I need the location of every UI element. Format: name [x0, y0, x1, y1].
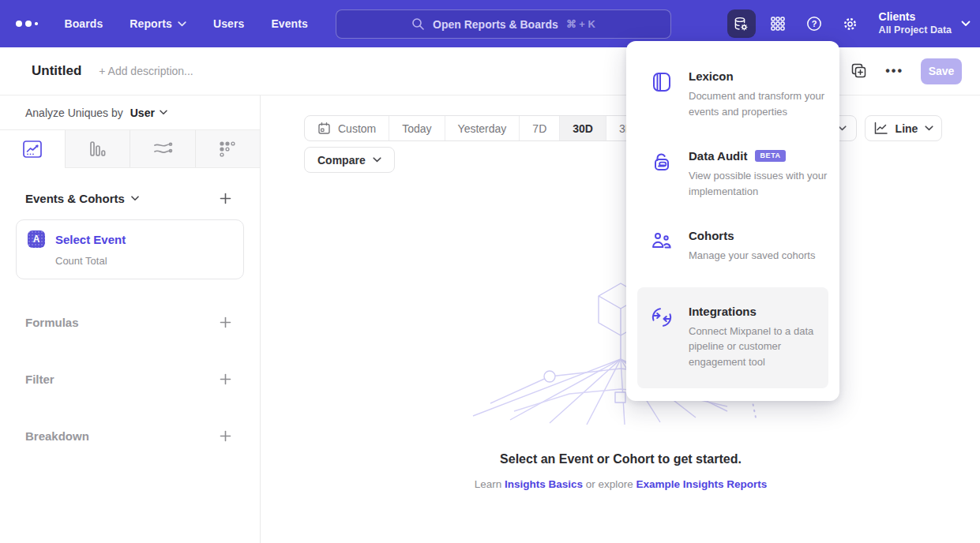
mixpanel-logo[interactable]	[16, 21, 38, 27]
bar-chart-icon	[88, 140, 107, 159]
compare-button[interactable]: Compare	[304, 147, 395, 173]
cohorts-people-icon	[648, 229, 675, 256]
tab-bar-chart[interactable]	[66, 130, 131, 167]
chart-type-label: Line	[896, 122, 918, 135]
events-cohorts-label: Events & Cohorts	[25, 192, 125, 205]
plus-icon	[220, 373, 231, 385]
middle-text: or explore	[586, 478, 633, 490]
search-placeholder: Open Reports & Boards	[433, 18, 558, 31]
lexicon-title: Lexicon	[689, 69, 734, 83]
data-audit-description: View possible issues with your implement…	[689, 168, 839, 199]
save-button[interactable]: Save	[921, 58, 962, 84]
menu-item-cohorts[interactable]: Cohorts Manage your saved cohorts	[637, 219, 828, 275]
line-chart-icon	[873, 122, 888, 135]
select-event-card[interactable]: A Select Event Count Total	[16, 219, 244, 279]
apps-grid-icon	[770, 16, 786, 32]
plus-icon	[220, 193, 231, 204]
add-formula-button[interactable]	[217, 314, 233, 330]
search-shortcut-hint: ⌘ + K	[566, 18, 595, 30]
duplicate-icon[interactable]	[850, 62, 868, 80]
analyze-uniques-row: Analyze Uniques by User	[0, 95, 260, 130]
compare-label: Compare	[317, 154, 366, 167]
visualization-tabs	[0, 130, 260, 168]
add-event-button[interactable]	[217, 190, 233, 206]
data-management-icon	[733, 16, 749, 32]
more-options-button[interactable]: •••	[885, 64, 903, 78]
add-breakdown-button[interactable]	[217, 428, 233, 444]
example-reports-link[interactable]: Example Insights Reports	[636, 478, 768, 490]
integrations-icon	[648, 305, 675, 331]
data-management-menu: Lexicon Document and transform your even…	[626, 41, 839, 401]
nav-reports-label: Reports	[130, 17, 172, 30]
help-button[interactable]: ?	[800, 9, 828, 38]
nav-reports[interactable]: Reports	[130, 17, 186, 30]
add-filter-button[interactable]	[217, 371, 233, 387]
nav-boards[interactable]: Boards	[65, 17, 103, 30]
nav-users-label: Users	[213, 17, 244, 30]
select-event-label: Select Event	[55, 233, 126, 246]
filter-header: Filter	[25, 373, 54, 386]
learn-prefix: Learn	[475, 478, 502, 490]
empty-state-links: Learn Insights Basics or explore Example…	[261, 478, 980, 490]
events-cohorts-header[interactable]: Events & Cohorts	[25, 192, 139, 205]
apps-grid-button[interactable]	[764, 9, 792, 38]
calendar-icon	[317, 122, 331, 135]
chevron-down-icon	[178, 21, 186, 27]
nav-boards-label: Boards	[65, 17, 103, 30]
lexicon-description: Document and transform your events and p…	[689, 88, 839, 119]
menu-item-lexicon[interactable]: Lexicon Document and transform your even…	[637, 60, 828, 130]
plus-icon	[220, 430, 231, 442]
range-7d-label: 7D	[532, 122, 546, 135]
range-custom[interactable]: Custom	[305, 116, 389, 140]
formulas-header: Formulas	[25, 316, 79, 329]
analyze-value: User	[130, 107, 155, 119]
report-title[interactable]: Untitled	[32, 63, 81, 79]
cohorts-title: Cohorts	[689, 229, 734, 242]
menu-item-integrations[interactable]: Integrations Connect Mixpanel to a data …	[637, 287, 828, 389]
project-switcher[interactable]: Clients All Project Data	[873, 10, 971, 36]
nav-events[interactable]: Events	[271, 17, 308, 30]
help-icon: ?	[805, 15, 823, 32]
add-description-field[interactable]: + Add description...	[99, 65, 193, 77]
chevron-down-icon	[373, 157, 381, 163]
chevron-down-icon	[160, 110, 167, 115]
tab-flow[interactable]	[130, 130, 196, 167]
nav-users[interactable]: Users	[213, 17, 244, 30]
event-series-badge: A	[28, 230, 45, 248]
chart-type-button[interactable]: Line	[865, 115, 942, 141]
tab-retention[interactable]	[196, 130, 261, 167]
range-yesterday-label: Yesterday	[458, 122, 507, 135]
audit-icon	[648, 149, 675, 176]
svg-text:?: ?	[811, 19, 817, 28]
chevron-down-icon	[961, 21, 971, 27]
range-yesterday[interactable]: Yesterday	[445, 116, 520, 140]
breakdown-header: Breakdown	[25, 429, 89, 443]
integrations-title: Integrations	[689, 305, 757, 318]
insights-basics-link[interactable]: Insights Basics	[505, 478, 583, 490]
analyze-label: Analyze Uniques by	[25, 107, 123, 119]
cohorts-description: Manage your saved cohorts	[689, 248, 839, 264]
count-total-label[interactable]: Count Total	[55, 255, 232, 267]
report-canvas: Custom Today Yesterday 7D 30D 3M 6M Comp…	[261, 95, 980, 543]
query-builder-sidebar: Analyze Uniques by User	[0, 95, 261, 543]
flow-waves-icon	[152, 140, 173, 158]
chevron-down-icon	[925, 125, 933, 131]
empty-state-title: Select an Event or Cohort to get started…	[261, 452, 980, 466]
range-today[interactable]: Today	[389, 116, 445, 140]
menu-item-data-audit[interactable]: Data Audit BETA View possible issues wit…	[637, 140, 828, 210]
global-search-input[interactable]: Open Reports & Boards ⌘ + K	[336, 9, 671, 39]
tab-insights[interactable]	[0, 130, 66, 167]
search-icon	[411, 17, 425, 31]
range-30d-label: 30D	[573, 122, 593, 135]
nav-events-label: Events	[271, 17, 308, 30]
insights-line-chart-icon	[22, 140, 43, 159]
data-audit-title: Data Audit	[689, 149, 747, 163]
retention-dots-icon	[219, 140, 236, 158]
chevron-down-icon	[131, 196, 139, 201]
data-management-button[interactable]	[727, 9, 756, 38]
settings-button[interactable]	[836, 9, 865, 38]
analyze-by-selector[interactable]: User	[130, 107, 167, 119]
range-7d[interactable]: 7D	[520, 116, 560, 140]
project-name: All Project Data	[879, 24, 952, 37]
range-30d[interactable]: 30D	[560, 116, 606, 140]
